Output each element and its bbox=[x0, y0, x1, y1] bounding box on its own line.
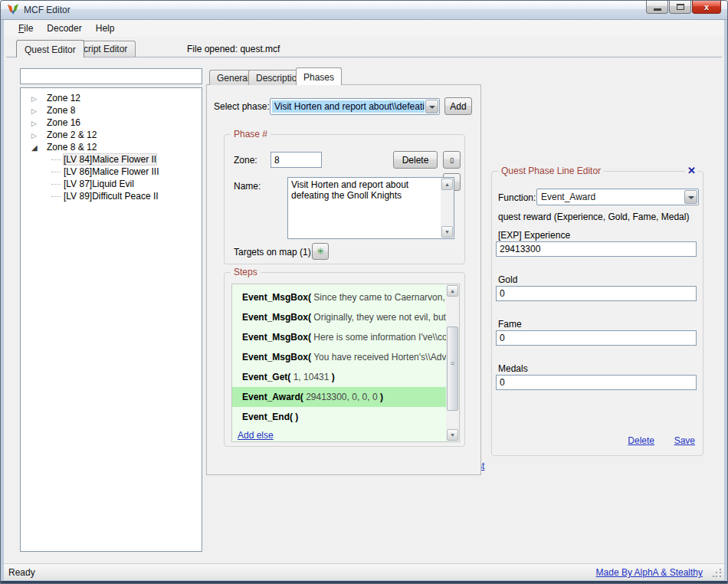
tree-item[interactable]: ▷Zone 2 & 12 bbox=[21, 129, 202, 141]
phase-name-field: Visit Horten and report about defeating … bbox=[287, 177, 454, 239]
tree-item-label: [LV 87]Liquid Evil bbox=[64, 179, 134, 189]
file-opened-label: File opened: quest.mcf bbox=[187, 44, 280, 54]
step-row[interactable]: Event_MsgBox( Since they came to Caernar… bbox=[232, 287, 446, 307]
add-else-link[interactable]: Add else bbox=[238, 430, 274, 441]
function-label: Function: bbox=[498, 192, 536, 203]
phase-combobox-value: Visit Horten and report about\\defeating bbox=[272, 100, 425, 113]
step-args: Here is some information I've\\comp bbox=[311, 332, 446, 343]
close-icon: x bbox=[704, 2, 709, 11]
search-input[interactable] bbox=[20, 68, 202, 84]
tree-item-label: Zone 2 & 12 bbox=[47, 130, 97, 140]
move-up-button[interactable]: ▯ bbox=[443, 151, 461, 169]
tree-item-label: Zone 12 bbox=[47, 93, 80, 103]
menu-bar: File Decoder Help bbox=[4, 20, 724, 37]
exp-input[interactable] bbox=[496, 241, 697, 257]
tab-phases[interactable]: Phases bbox=[296, 67, 342, 85]
tab-divider bbox=[6, 57, 722, 57]
step-function: Event_Award( bbox=[242, 392, 303, 402]
function-combobox[interactable]: Event_Award bbox=[536, 189, 699, 205]
step-close: ) bbox=[295, 412, 298, 422]
tree-item[interactable]: ◢Zone 8 & 12 bbox=[21, 141, 202, 153]
status-text: Ready bbox=[8, 567, 35, 578]
name-scrollbar[interactable]: ▲ ▼ bbox=[441, 178, 454, 238]
scroll-up-icon[interactable]: ▲ bbox=[441, 179, 453, 190]
tree-item[interactable]: ▷Zone 12 bbox=[21, 92, 202, 104]
maximize-button[interactable] bbox=[669, 1, 691, 14]
line-delete-link[interactable]: Delete bbox=[628, 435, 654, 446]
scroll-down-icon[interactable]: ▼ bbox=[441, 226, 453, 238]
step-link-row: Add else bbox=[232, 427, 446, 442]
step-args: You have received Horten's\\Adver bbox=[311, 352, 446, 363]
steps-group: Steps Event_MsgBox( Since they came to C… bbox=[224, 272, 465, 447]
chevron-down-icon[interactable] bbox=[684, 190, 697, 204]
scroll-up-icon[interactable]: ▲ bbox=[447, 285, 458, 297]
step-row[interactable]: Event_MsgBox( You have received Horten's… bbox=[232, 347, 446, 367]
phase-group-title: Phase # bbox=[231, 129, 271, 139]
close-editor-icon[interactable]: ✕ bbox=[685, 165, 698, 176]
line-editor-title: Quest Phase Line Editor bbox=[498, 166, 604, 176]
step-function: Event_MsgBox( bbox=[242, 332, 311, 343]
quest-phase-line-editor: Quest Phase Line Editor ✕ Function: Even… bbox=[491, 171, 703, 456]
select-phase-label: Select phase: bbox=[214, 101, 270, 112]
step-close: ) bbox=[332, 372, 335, 382]
expand-icon[interactable]: ▷ bbox=[31, 117, 41, 130]
resize-grip[interactable] bbox=[713, 569, 722, 578]
step-function: Event_MsgBox( bbox=[242, 352, 311, 363]
tree-item-label: [LV 86]Malice Flower III bbox=[64, 166, 159, 177]
step-function: Event_MsgBox( bbox=[242, 312, 311, 323]
step-row[interactable]: Event_MsgBox( Here is some information I… bbox=[232, 327, 446, 347]
targets-on-map-label: Targets on map (1) bbox=[234, 247, 311, 258]
step-row[interactable]: Event_MsgBox( Originally, they were not … bbox=[232, 307, 446, 327]
tree-item-label: Zone 8 bbox=[47, 105, 75, 116]
step-args: Originally, they were not evil, but\\si bbox=[311, 312, 446, 323]
collapse-icon[interactable]: ◢ bbox=[31, 142, 41, 154]
status-bar: Ready Made By AlphA & Stealthy bbox=[4, 563, 724, 580]
phase-group: Phase # Zone: Delete ▯ ▯ Name: Visit Hor… bbox=[224, 134, 465, 264]
chevron-down-icon[interactable] bbox=[425, 100, 438, 113]
title-bar[interactable]: MCF Editor x bbox=[1, 1, 727, 20]
menu-help[interactable]: Help bbox=[89, 20, 122, 37]
scroll-down-icon[interactable]: ▼ bbox=[447, 429, 458, 441]
fame-label: Fame bbox=[498, 319, 522, 330]
menu-decoder[interactable]: Decoder bbox=[40, 20, 88, 37]
targets-on-map-button[interactable]: ✳ bbox=[312, 243, 329, 260]
minimize-icon bbox=[654, 8, 661, 11]
expand-icon[interactable]: ▷ bbox=[31, 105, 41, 117]
step-row[interactable]: Event_Award( 29413300, 0, 0, 0 ) bbox=[232, 387, 446, 407]
steps-scrollbar[interactable]: ▲ ▼ ≡ bbox=[446, 284, 459, 441]
tree-item[interactable]: ▷Zone 8 bbox=[21, 104, 202, 116]
tab-quest-editor[interactable]: Quest Editor bbox=[16, 40, 84, 57]
tree-item[interactable]: [LV 89]Difficult Peace II bbox=[21, 190, 202, 202]
close-button[interactable]: x bbox=[692, 1, 721, 14]
app-logo-icon bbox=[6, 3, 20, 17]
tree-item[interactable]: [LV 87]Liquid Evil bbox=[21, 178, 202, 190]
step-row[interactable]: Event_End( ) bbox=[232, 407, 446, 427]
step-row[interactable]: Event_Get( 1, 10431 ) bbox=[232, 367, 446, 387]
fame-input[interactable] bbox=[496, 330, 697, 346]
delete-phase-button[interactable]: Delete bbox=[393, 151, 438, 169]
minimize-button[interactable] bbox=[646, 1, 668, 14]
step-args: 1, 10431 bbox=[290, 372, 331, 382]
step-args: Since they came to Caernarvon, the bbox=[311, 292, 446, 303]
medals-label: Medals bbox=[498, 363, 528, 374]
app-window: MCF Editor x File Decoder Help Quest Edi… bbox=[0, 0, 728, 584]
zone-input[interactable] bbox=[271, 152, 322, 168]
credits-link[interactable]: Made By AlphA & Stealthy bbox=[596, 567, 703, 578]
phase-combobox[interactable]: Visit Horten and report about\\defeating bbox=[270, 98, 440, 115]
add-phase-button[interactable]: Add bbox=[444, 97, 472, 115]
tree-item[interactable]: [LV 84]Malice Flower II bbox=[21, 153, 202, 166]
tree-item[interactable]: ▷Zone 16 bbox=[21, 116, 202, 129]
expand-icon[interactable]: ▷ bbox=[31, 93, 41, 105]
expand-icon[interactable]: ▷ bbox=[31, 130, 41, 142]
tree-item[interactable]: [LV 86]Malice Flower III bbox=[21, 166, 202, 178]
menu-file[interactable]: File bbox=[11, 20, 40, 37]
maximize-icon bbox=[677, 4, 684, 10]
medals-input[interactable] bbox=[496, 375, 697, 390]
target-marker-icon: ✳ bbox=[316, 246, 324, 257]
scrollbar-thumb[interactable]: ≡ bbox=[447, 326, 458, 411]
name-label: Name: bbox=[234, 181, 261, 192]
tree-item-label: [LV 89]Difficult Peace II bbox=[64, 191, 159, 202]
line-save-link[interactable]: Save bbox=[674, 435, 695, 446]
gold-input[interactable] bbox=[496, 286, 697, 301]
phase-name-textarea[interactable]: Visit Horten and report about defeating … bbox=[288, 178, 441, 238]
